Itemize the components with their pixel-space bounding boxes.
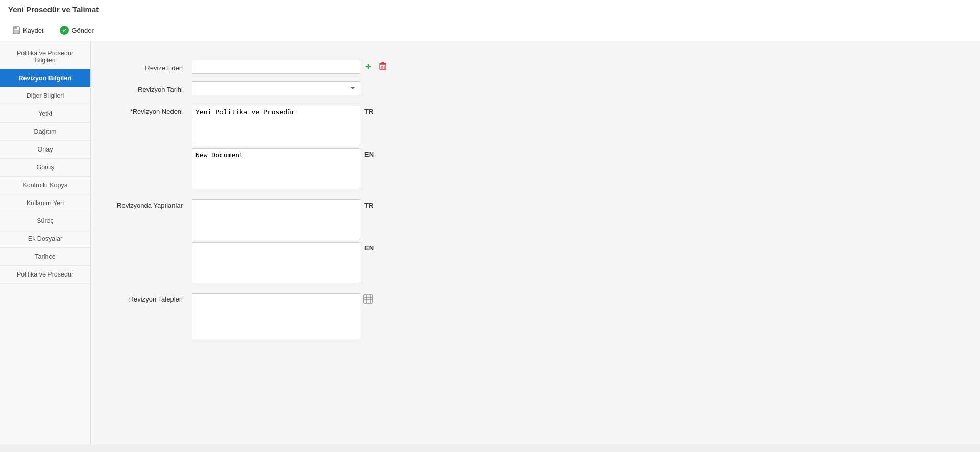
sidebar-item-onay[interactable]: Onay xyxy=(0,141,90,159)
toolbar: Kaydet Gönder xyxy=(0,19,980,41)
revizyon-nedeni-tr-group: TR xyxy=(192,106,380,146)
sidebar-item-ek[interactable]: Ek Dosyalar xyxy=(0,230,90,248)
table-icon[interactable] xyxy=(363,293,373,306)
sidebar-item-politika[interactable]: Politika ve Prosedür Bilgileri xyxy=(0,44,90,69)
lang-en-label: EN xyxy=(364,148,380,158)
revizyonda-label: Revizyonda Yapılanlar xyxy=(106,199,188,209)
revizyon-talepler-field xyxy=(192,293,373,339)
sidebar-item-dagitim[interactable]: Dağıtım xyxy=(0,123,90,141)
sidebar-item-gorus[interactable]: Görüş xyxy=(0,159,90,177)
revizyonda-en-textarea[interactable] xyxy=(192,242,360,283)
revize-eden-input[interactable] xyxy=(192,60,360,74)
revizyon-tarihi-row: Revizyon Tarihi xyxy=(106,78,965,98)
main-content: Revize Eden + xyxy=(91,41,980,444)
sidebar-item-yetki[interactable]: Yetki xyxy=(0,105,90,123)
content-area: Politika ve Prosedür Bilgileri Revizyon … xyxy=(0,41,980,444)
revizyon-nedeni-en-group: EN xyxy=(192,148,380,189)
save-icon xyxy=(12,26,20,34)
revizyon-talepler-row: Revizyon Talepleri xyxy=(106,290,965,342)
delete-revize-button[interactable] xyxy=(377,61,389,73)
revizyon-nedeni-langs: TR EN xyxy=(192,106,380,189)
revizyon-tarihi-field-group xyxy=(192,81,360,95)
svg-rect-9 xyxy=(364,295,372,303)
revizyonda-tr-textarea[interactable] xyxy=(192,199,360,240)
revizyon-nedeni-tr-textarea[interactable] xyxy=(192,106,360,146)
save-button[interactable]: Kaydet xyxy=(8,24,47,36)
revizyon-talepler-textarea[interactable] xyxy=(192,293,360,339)
page-title: Yeni Prosedür ve Talimat xyxy=(8,5,99,14)
delete-icon xyxy=(379,64,387,72)
sidebar-item-tarihce[interactable]: Tarihçe xyxy=(0,248,90,266)
revizyonda-en-label: EN xyxy=(364,242,380,252)
revizyon-tarihi-select[interactable] xyxy=(192,81,360,95)
revizyon-talepler-label: Revizyon Talepleri xyxy=(106,293,188,303)
send-label: Gönder xyxy=(71,27,93,34)
send-button[interactable]: Gönder xyxy=(56,23,97,37)
sidebar-item-politika2[interactable]: Politika ve Prosedür xyxy=(0,266,90,284)
revizyon-tarihi-label: Revizyon Tarihi xyxy=(106,83,188,93)
add-icon: + xyxy=(365,61,372,72)
sidebar: Politika ve Prosedür Bilgileri Revizyon … xyxy=(0,41,91,444)
revizyonda-en-group: EN xyxy=(192,242,380,283)
revizyonda-tr-group: TR xyxy=(192,199,380,240)
revizyonda-langs: TR EN xyxy=(192,199,380,283)
revizyon-nedeni-row: *Revizyon Nedeni TR EN xyxy=(106,103,965,192)
send-icon xyxy=(60,26,69,35)
revize-eden-label: Revize Eden xyxy=(106,62,188,72)
lang-tr-label: TR xyxy=(364,106,380,115)
sidebar-item-surec[interactable]: Süreç xyxy=(0,212,90,230)
sidebar-item-kontrollu[interactable]: Kontrollu Kopya xyxy=(0,177,90,194)
revizyon-nedeni-en-textarea[interactable] xyxy=(192,148,360,189)
sidebar-item-revizyon[interactable]: Revizyon Bilgileri xyxy=(0,69,90,87)
revize-eden-field-group: + xyxy=(192,60,389,74)
svg-rect-1 xyxy=(14,27,17,29)
svg-rect-2 xyxy=(14,30,19,33)
revizyon-nedeni-label: *Revizyon Nedeni xyxy=(106,106,188,115)
revizyonda-row: Revizyonda Yapılanlar TR EN xyxy=(106,196,965,286)
save-label: Kaydet xyxy=(23,27,43,34)
revizyonda-tr-label: TR xyxy=(364,199,380,209)
sidebar-item-kullanim[interactable]: Kullanım Yeri xyxy=(0,194,90,212)
revize-eden-row: Revize Eden + xyxy=(106,57,965,77)
form-section: Revize Eden + xyxy=(106,52,965,347)
page-header: Yeni Prosedür ve Talimat xyxy=(0,0,980,19)
svg-rect-3 xyxy=(381,62,384,63)
add-revize-button[interactable]: + xyxy=(363,61,374,73)
sidebar-item-diger[interactable]: Diğer Bilgileri xyxy=(0,87,90,105)
